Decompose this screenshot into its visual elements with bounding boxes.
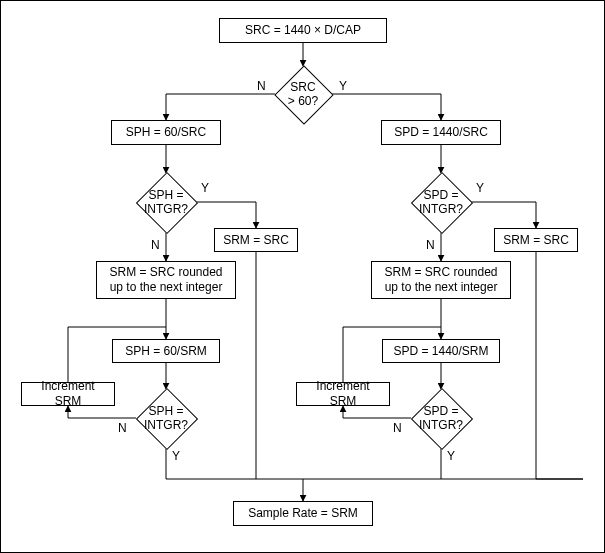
edge-label-n-sph1: N bbox=[151, 238, 160, 252]
edge-label-n-spd1: N bbox=[426, 238, 435, 252]
text: SRM = SRC bbox=[503, 233, 569, 248]
flowchart-canvas: SRC = 1440 × D/CAP SRC > 60? SPH = 60/SR… bbox=[0, 0, 605, 553]
edge-label-y-top: Y bbox=[339, 79, 347, 93]
text: SPD = 1440/SRC bbox=[394, 125, 488, 140]
node-increment-left: Increment SRM bbox=[21, 382, 115, 406]
node-round-left: SRM = SRC rounded up to the next integer bbox=[96, 261, 236, 299]
node-round-right: SRM = SRC rounded up to the next integer bbox=[371, 261, 511, 299]
node-decision-src60 bbox=[274, 65, 333, 124]
node-decision-sph-int2 bbox=[136, 388, 198, 450]
node-decision-sph-int bbox=[136, 172, 198, 234]
text: Increment SRM bbox=[303, 379, 383, 409]
node-srm-src-right: SRM = SRC bbox=[494, 228, 578, 252]
text: SPH = 60/SRC bbox=[126, 125, 206, 140]
text: SPD = 1440/SRM bbox=[393, 344, 488, 359]
text: SRM = SRC rounded up to the next integer bbox=[378, 265, 504, 295]
node-spd2: SPD = 1440/SRM bbox=[382, 339, 500, 363]
edge-label-y-sph2: Y bbox=[172, 449, 180, 463]
edge-label-n-spd2: N bbox=[393, 421, 402, 435]
edge-label-y-sph1: Y bbox=[201, 181, 209, 195]
node-increment-right: Increment SRM bbox=[296, 382, 390, 406]
node-sph-eq: SPH = 60/SRC bbox=[111, 120, 221, 145]
edge-label-y-spd2: Y bbox=[447, 449, 455, 463]
node-sph2: SPH = 60/SRM bbox=[112, 339, 220, 363]
edge-label-n-sph2: N bbox=[118, 421, 127, 435]
text: SRM = SRC bbox=[223, 233, 289, 248]
text: SRM = SRC rounded up to the next integer bbox=[103, 265, 229, 295]
node-srm-src-left: SRM = SRC bbox=[214, 228, 298, 252]
node-decision-spd-int bbox=[411, 172, 473, 234]
text: SRC = 1440 × D/CAP bbox=[245, 23, 361, 38]
text: Increment SRM bbox=[28, 379, 108, 409]
edge-label-y-spd1: Y bbox=[476, 181, 484, 195]
node-src-formula: SRC = 1440 × D/CAP bbox=[219, 18, 387, 43]
node-spd-eq: SPD = 1440/SRC bbox=[381, 120, 501, 145]
node-final: Sample Rate = SRM bbox=[233, 501, 373, 526]
node-decision-spd-int2 bbox=[411, 388, 473, 450]
text: SPH = 60/SRM bbox=[125, 344, 207, 359]
text: Sample Rate = SRM bbox=[248, 506, 358, 521]
edge-label-n-top: N bbox=[257, 79, 266, 93]
